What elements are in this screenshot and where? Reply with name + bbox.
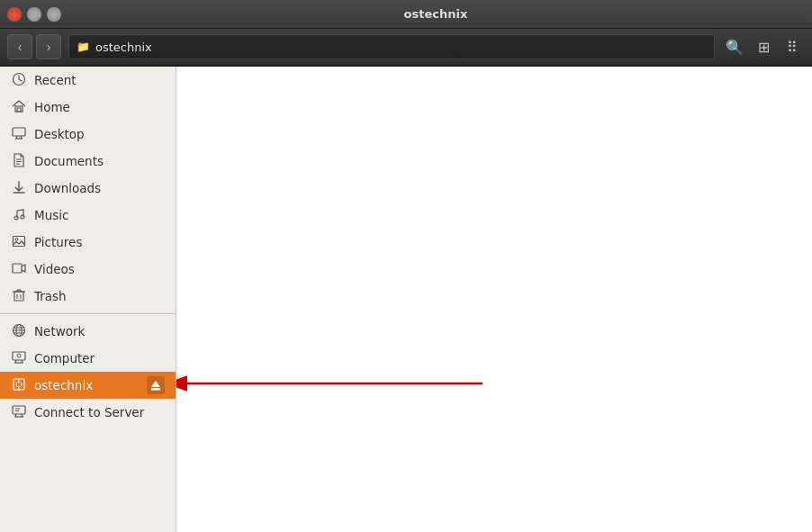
network-icon xyxy=(11,323,27,340)
view-list-icon: ⊞ xyxy=(758,39,770,56)
sidebar-item-label-downloads: Downloads xyxy=(34,181,101,195)
svg-rect-39 xyxy=(13,406,25,414)
sidebar-item-label-home: Home xyxy=(34,100,70,114)
toolbar: ‹ › 📁 ostechnix 🔍 ⊞ ⠿ xyxy=(0,29,812,67)
computer-icon xyxy=(11,350,27,367)
sidebar-item-label-music: Music xyxy=(34,208,68,222)
location-bar[interactable]: 📁 ostechnix xyxy=(68,34,715,59)
eject-button[interactable] xyxy=(147,376,165,394)
arrow-annotation xyxy=(176,370,501,397)
sidebar-item-label-recent: Recent xyxy=(34,73,77,87)
trash-icon xyxy=(11,288,27,305)
back-button[interactable]: ‹ xyxy=(7,34,32,59)
sidebar-item-label-documents: Documents xyxy=(34,154,104,168)
downloads-icon xyxy=(11,180,27,197)
sidebar-item-connect[interactable]: Connect to Server xyxy=(0,399,176,426)
svg-rect-16 xyxy=(14,292,23,301)
videos-icon xyxy=(11,261,27,278)
view-grid-icon: ⠿ xyxy=(787,39,798,56)
svg-rect-38 xyxy=(151,388,160,391)
sidebar-item-label-network: Network xyxy=(34,324,85,338)
sidebar-item-label-desktop: Desktop xyxy=(34,127,85,141)
location-text: ostechnix xyxy=(95,41,152,54)
sidebar-item-desktop[interactable]: Desktop xyxy=(0,121,176,148)
svg-rect-3 xyxy=(13,128,25,136)
sidebar-item-label-computer: Computer xyxy=(34,351,95,365)
pictures-icon xyxy=(11,234,27,251)
sidebar-item-label-pictures: Pictures xyxy=(34,235,82,249)
view-grid-button[interactable]: ⠿ xyxy=(780,34,805,59)
recent-icon xyxy=(11,72,27,89)
svg-marker-37 xyxy=(151,381,160,387)
home-icon xyxy=(11,99,27,116)
search-button[interactable]: 🔍 xyxy=(722,34,747,59)
sidebar-item-computer[interactable]: Computer xyxy=(0,345,176,372)
main-area: Recent Home Desktop Documents Downloads … xyxy=(0,67,812,532)
desktop-icon xyxy=(11,126,27,143)
sidebar-item-pictures[interactable]: Pictures xyxy=(0,229,176,256)
close-button[interactable] xyxy=(7,7,22,22)
sidebar-item-ostechnix[interactable]: ostechnix xyxy=(0,372,176,399)
sidebar-item-recent[interactable]: Recent xyxy=(0,67,176,94)
sidebar-item-home[interactable]: Home xyxy=(0,94,176,121)
svg-point-34 xyxy=(16,382,22,387)
minimize-button[interactable] xyxy=(27,7,41,22)
ostechnix-icon xyxy=(11,377,27,394)
sidebar-item-music[interactable]: Music xyxy=(0,202,176,229)
svg-rect-13 xyxy=(14,236,25,246)
file-area[interactable] xyxy=(176,67,812,532)
sidebar-item-downloads[interactable]: Downloads xyxy=(0,175,176,202)
documents-icon xyxy=(11,153,27,170)
svg-point-32 xyxy=(17,354,21,357)
sidebar-item-label-videos: Videos xyxy=(34,262,75,276)
search-icon: 🔍 xyxy=(726,39,744,56)
sidebar-separator xyxy=(0,313,176,314)
forward-button[interactable]: › xyxy=(36,34,61,59)
svg-point-14 xyxy=(15,238,18,240)
sidebar-item-network[interactable]: Network xyxy=(0,318,176,345)
maximize-button[interactable] xyxy=(47,7,61,22)
music-icon xyxy=(11,207,27,224)
titlebar: ostechnix xyxy=(0,0,812,29)
location-folder-icon: 📁 xyxy=(77,41,90,53)
sidebar: Recent Home Desktop Documents Downloads … xyxy=(0,67,176,532)
svg-rect-15 xyxy=(13,264,22,273)
toolbar-actions: 🔍 ⊞ ⠿ xyxy=(722,34,805,59)
sidebar-item-documents[interactable]: Documents xyxy=(0,148,176,175)
svg-rect-28 xyxy=(13,352,25,360)
window-title: ostechnix xyxy=(67,7,805,21)
sidebar-item-videos[interactable]: Videos xyxy=(0,256,176,283)
sidebar-item-label-trash: Trash xyxy=(34,289,67,303)
connect-icon xyxy=(11,404,27,421)
sidebar-item-trash[interactable]: Trash xyxy=(0,283,176,310)
sidebar-item-label-ostechnix: ostechnix xyxy=(34,378,93,392)
sidebar-item-label-connect: Connect to Server xyxy=(34,405,144,419)
view-list-button[interactable]: ⊞ xyxy=(751,34,776,59)
svg-rect-1 xyxy=(15,106,23,112)
